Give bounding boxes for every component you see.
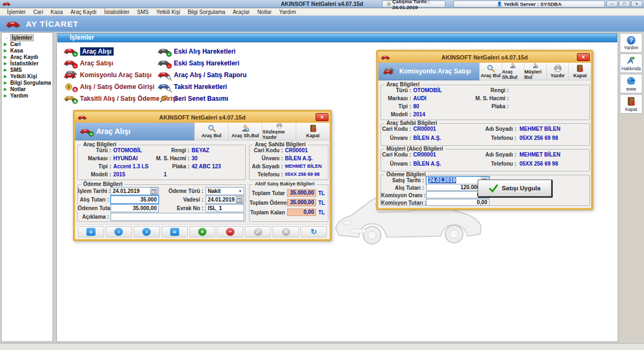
arac-bul-button[interactable]: Araç Bul <box>194 123 228 140</box>
printer-icon <box>275 123 283 129</box>
double-car-icon <box>63 71 76 79</box>
shortcut-arac-alisi[interactable]: + Araç Alışı <box>63 47 114 56</box>
window-titlebar: AKINSOFT NetGaleri s4.07.15d ◷ Çalışma T… <box>0 0 644 8</box>
dialog-close-button[interactable]: × <box>316 113 328 121</box>
about-button[interactable]: Hakkında <box>620 54 642 73</box>
calendar-icon[interactable] <box>236 196 243 203</box>
close-book-icon <box>576 64 584 72</box>
close-book-icon <box>626 96 636 106</box>
sidebar-item-yetkili-kisi[interactable]: ▶ Yetkili Kişi <box>4 73 53 79</box>
menu-item-notlar[interactable]: Notlar <box>253 9 275 15</box>
shortcut-arac-alis-satis-raporu[interactable]: Araç Alış / Satış Raporu <box>157 70 247 79</box>
sidebar-item-sms[interactable]: ▶ SMS <box>4 66 53 73</box>
arac-bul-button[interactable]: Araç Bul <box>479 63 502 80</box>
sidebar-item-kasa[interactable]: ▶ Kasa <box>4 47 53 54</box>
toplam-odenen-value: 35.000,00 <box>287 199 316 206</box>
kapat-button[interactable]: Kapat <box>568 63 591 80</box>
shortcut-alis-satis-odeme-girisi[interactable]: $ Alış / Satış Ödeme Girişi <box>63 82 155 91</box>
refresh-icon: ↻ <box>309 228 318 236</box>
adet-value: 1 <box>164 172 167 177</box>
www-button[interactable]: www <box>620 74 642 93</box>
confirm-button[interactable]: ✓ <box>245 226 271 237</box>
calendar-icon[interactable] <box>150 188 158 195</box>
add-record-button[interactable]: + <box>189 226 216 237</box>
alis-tutari-input[interactable] <box>111 196 159 204</box>
group-arac-sahibi: Araç Sahibi Bilgileri Cari Kodu : CR0000… <box>249 145 328 180</box>
arrow-icon: ▶ <box>4 80 9 85</box>
shortcut-seri-senet-basimi[interactable]: Seri Senet Basımı <box>157 94 228 103</box>
sidebar-item-bilgi-sorgulama[interactable]: ▶ Bilgi Sorgulama <box>4 79 53 86</box>
shortcut-eski-alis-hareketleri[interactable]: + Eski Alış Hareketleri <box>157 47 236 56</box>
islem-tarihi-field[interactable]: 24.01.2019 <box>111 187 159 195</box>
server-button[interactable]: 👤 Yetkili Server : SYSDBA <box>453 1 605 8</box>
arrow-icon: ▶ <box>4 55 9 59</box>
yazdir-button[interactable]: Yazdır <box>546 63 569 80</box>
sidebar-item-yardim[interactable]: ▶ Yardım <box>4 92 53 99</box>
menu-item-cari[interactable]: Cari <box>30 9 47 15</box>
last-icon: » <box>170 228 179 236</box>
odeme-turu-select[interactable]: Nakit ▼ <box>206 187 244 195</box>
nav-next-button[interactable]: › <box>134 226 160 237</box>
close-book-icon <box>309 124 317 132</box>
shortcut-komisyonlu-arac-satisi[interactable]: Komisyonlu Araç Satışı <box>63 70 152 79</box>
search-icon <box>208 124 216 132</box>
evrak-no-input[interactable] <box>206 204 244 212</box>
dialog-titlebar[interactable]: AKINSOFT NetGaleri s4.07.15d × <box>378 52 591 63</box>
menu-item-sms[interactable]: SMS <box>133 9 152 15</box>
help-button[interactable]: ? Yardım <box>620 33 642 53</box>
sidebar-item-arac-kaydi[interactable]: ▶ Araç Kaydı <box>4 54 53 60</box>
sidebar-item-notlar[interactable]: ▶ Notlar <box>4 86 53 92</box>
cancel-button[interactable]: × <box>273 226 299 237</box>
dialog-arac-alisi: AKINSOFT NetGaleri s4.07.15d × + Araç Al… <box>73 110 332 241</box>
arrow-icon: ▶ <box>4 42 9 47</box>
shortcut-eski-satis-hareketleri[interactable]: − Eski Satış Hareketleri <box>157 58 239 68</box>
sidebar-item-istatistikler[interactable]: ▶ İstatistikler <box>4 60 53 66</box>
sidebar-item-islemler[interactable]: → İşlemler <box>4 34 53 41</box>
next-icon: › <box>142 228 151 236</box>
arrow-icon: ▶ <box>4 61 9 66</box>
menu-item-islemler[interactable]: İşlemler <box>3 9 30 15</box>
menu-item-yardim[interactable]: Yardım <box>275 9 300 15</box>
shortcut-arac-satisi[interactable]: − Araç Satışı <box>63 58 113 68</box>
plus-icon: + <box>198 228 207 236</box>
menu-item-yetkili-kisi[interactable]: Yetkili Kişi <box>152 9 184 15</box>
shortcut-taksit-hareketleri[interactable]: Taksit Hareketleri <box>157 82 227 91</box>
dialog-titlebar[interactable]: AKINSOFT NetGaleri s4.07.15d × <box>75 112 330 123</box>
nav-last-button[interactable]: » <box>162 226 188 237</box>
odenen-tutar-input[interactable] <box>111 204 159 212</box>
close-button[interactable]: × <box>631 1 642 7</box>
arrow-icon: ▶ <box>4 48 9 53</box>
working-date-button[interactable]: ◷ Çalışma Tarihi : 24.01.2019 <box>382 1 445 8</box>
clock-icon: ◷ <box>387 2 391 6</box>
toplam-tutar-value: 35.000,00 <box>287 189 316 197</box>
kapat-button[interactable]: Kapat <box>296 123 330 140</box>
check-icon <box>489 184 498 193</box>
menu-item-kasa[interactable]: Kasa <box>47 9 67 15</box>
exit-button[interactable]: Kapat <box>620 94 642 114</box>
refresh-button[interactable]: ↻ <box>301 226 327 237</box>
user-icon: 👤 <box>497 2 502 6</box>
app-car-icon <box>380 54 390 61</box>
komisyon-tutari-input[interactable] <box>426 199 489 206</box>
sozlesme-yazdir-button[interactable]: Sözleşme Yazdır <box>262 123 296 140</box>
restore-button[interactable]: □ <box>619 1 630 7</box>
menu-item-araclar[interactable]: Araçlar <box>229 9 254 15</box>
group-arac-bilgileri: Araç Bilgileri Türü : OTOMOBİL Rengi : M… <box>380 85 590 120</box>
nav-prev-button[interactable]: ‹ <box>106 226 132 237</box>
sidebar-item-cari[interactable]: ▶ Cari <box>4 41 53 47</box>
nav-first-button[interactable]: « <box>78 226 104 237</box>
musteri-bul-button[interactable]: Müşteri Bul <box>524 63 546 80</box>
group-odeme-bilgileri: Ödeme Bilgileri Satış Tarihi : 24.01.201… <box>380 175 590 206</box>
dialog-close-button[interactable]: × <box>577 53 590 61</box>
arrow-icon: → <box>4 35 9 40</box>
aciklama-input[interactable] <box>111 213 244 221</box>
menu-item-arac-kaydi[interactable]: Araç Kaydı <box>67 9 100 15</box>
menu-item-istatistikler[interactable]: İstatistikler <box>100 9 133 15</box>
minimize-button[interactable]: – <box>606 1 618 7</box>
delete-record-button[interactable]: − <box>217 226 243 237</box>
arac-sahibi-bul-button[interactable]: Araç Sh.Bul <box>502 63 524 80</box>
vadesi-field[interactable]: 24.01.2019 <box>206 196 244 204</box>
menu-item-bilgi-sorgulama[interactable]: Bilgi Sorgulama <box>184 9 229 15</box>
arac-sahibi-bul-button[interactable]: Araç Sh.Bul <box>228 123 262 140</box>
satisi-uygula-button[interactable]: Satışı Uygula <box>478 180 553 198</box>
